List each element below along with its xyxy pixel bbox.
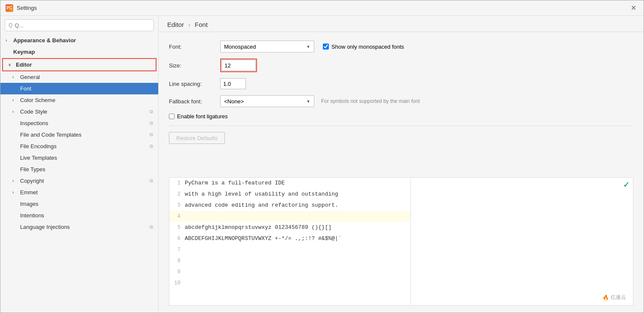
sidebar-item-label: Code Style [20,108,47,115]
preview-line-3: 3 advanced code editing and refactoring … [169,200,411,211]
size-label: Size: [169,62,220,69]
copy-icon: ⧉ [150,132,153,137]
window-title: Settings [17,5,628,11]
search-box: Q [5,19,154,31]
right-panel: Editor › Font Font: Monospaced ▼ Show on… [159,16,644,313]
show-monospaced-row: Show only monospaced fonts [323,44,404,50]
sidebar-item-images[interactable]: Images [0,198,158,210]
preview-line-8: 8 [169,255,411,266]
sidebar-item-font[interactable]: Font [0,83,158,94]
preview-line-7: 7 [169,244,411,255]
dropdown-arrow-icon: ▼ [306,44,310,49]
breadcrumb-parent: Editor [167,21,184,28]
sidebar-item-code-style[interactable]: › Code Style ⧉ [0,106,158,117]
copy-icon: ⧉ [150,178,153,184]
size-field-wrapper [220,59,257,72]
copy-icon: ⧉ [150,143,153,149]
sidebar-item-live-templates[interactable]: Live Templates [0,152,158,164]
sidebar-item-appearance[interactable]: › Appearance & Behavior [0,35,158,46]
line-spacing-row: Line spacing: [169,78,633,89]
sidebar-item-intentions[interactable]: Intentions [0,210,158,221]
expand-arrow: ∨ [8,62,13,67]
size-input[interactable] [222,60,256,71]
sidebar-item-language-injections[interactable]: Language Injections ⧉ [0,221,158,233]
sidebar-item-label: General [20,74,40,80]
sidebar-item-general[interactable]: › General [0,71,158,83]
sidebar-item-label: File Types [20,166,45,173]
font-label: Font: [169,44,220,50]
fallback-dropdown-arrow-icon: ▼ [306,99,310,104]
line-spacing-label: Line spacing: [169,81,220,87]
expand-arrow: › [12,75,18,79]
sidebar: Q › Appearance & Behavior Keymap ∨ Edito… [0,16,159,313]
sidebar-item-emmet[interactable]: › Emmet [0,187,158,198]
sidebar-item-label: Intentions [20,212,44,219]
preview-right-panel [411,178,633,306]
sidebar-item-label: Font [20,85,31,92]
line-content: ABCDEFGHIJKLMNOPQRSTUVWXYZ +-*/= .,;:!? … [185,235,342,242]
fallback-value: <None> [224,98,244,105]
fallback-dropdown[interactable]: <None> ▼ [220,95,314,107]
search-input[interactable] [15,22,150,29]
line-number: 2 [169,191,185,197]
show-monospaced-label: Show only monospaced fonts [331,44,404,50]
sidebar-item-file-types[interactable]: File Types [0,164,158,175]
sidebar-item-keymap[interactable]: Keymap [0,46,158,58]
restore-defaults-button[interactable]: Restore Defaults [169,132,225,144]
preview-lines: 1 PyCharm is a full-featured IDE 2 with … [169,178,411,306]
ligatures-row: Enable font ligatures [169,113,633,120]
sidebar-item-file-encodings[interactable]: File Encodings ⧉ [0,140,158,152]
preview-line-6: 6 ABCDEFGHIJKLMNOPQRSTUVWXYZ +-*/= .,;:!… [169,233,411,244]
sidebar-item-label: Keymap [13,49,35,55]
breadcrumb-current: Font [195,21,208,28]
show-monospaced-checkbox[interactable] [323,44,329,50]
fallback-hint: For symbols not supported by the main fo… [321,98,420,104]
sidebar-item-copyright[interactable]: › Copyright ⧉ [0,175,158,187]
sidebar-item-label: Editor [16,61,32,68]
expand-arrow: › [12,109,18,114]
line-number: 9 [169,269,185,275]
sidebar-item-editor[interactable]: ∨ Editor [3,59,156,70]
preview-line-5: 5 abcdefghijklmnopqrstuvwxyz 0123456789 … [169,222,411,233]
line-number: 8 [169,258,185,264]
sidebar-item-label: Images [20,201,38,207]
expand-arrow: › [12,178,18,183]
sidebar-item-inspections[interactable]: Inspections ⧉ [0,117,158,129]
copy-icon: ⧉ [150,224,153,230]
preview-area: 1 PyCharm is a full-featured IDE 2 with … [169,177,633,306]
sidebar-item-color-scheme[interactable]: › Color Scheme [0,94,158,106]
line-number: 3 [169,202,185,208]
line-number: 4 [169,214,185,219]
line-number: 1 [169,180,185,186]
app-icon: PC [6,4,13,12]
line-number: 10 [169,280,185,286]
font-row: Font: Monospaced ▼ Show only monospaced … [169,41,633,53]
preview-line-4: 4 [169,211,411,222]
ligatures-checkbox[interactable] [169,114,174,119]
settings-area: Font: Monospaced ▼ Show only monospaced … [159,32,644,177]
font-value: Monospaced [224,44,256,50]
breadcrumb: Editor › Font [159,16,644,32]
font-dropdown[interactable]: Monospaced ▼ [220,41,314,53]
close-button[interactable]: ✕ [628,3,638,13]
sidebar-item-label: Emmet [20,189,38,196]
line-spacing-input[interactable] [220,78,246,89]
breadcrumb-separator: › [188,21,190,28]
sidebar-item-label: Language Injections [20,224,70,230]
sidebar-item-label: Color Scheme [20,97,55,103]
sidebar-item-label: File Encodings [20,143,56,149]
settings-window: PC Settings ✕ Q › Appearance & Behavior … [0,0,644,313]
fallback-row: Fallback font: <None> ▼ For symbols not … [169,95,633,107]
preview-checkmark: ✓ [623,180,629,190]
sidebar-item-file-code-templates[interactable]: File and Code Templates ⧉ [0,129,158,140]
line-content: with a high level of usability and outst… [185,191,338,197]
line-number: 7 [169,247,185,253]
sidebar-item-label: Live Templates [20,155,57,161]
line-number: 5 [169,225,185,231]
preview-line-2: 2 with a high level of usability and out… [169,189,411,200]
watermark-text: 亿速云 [611,294,626,301]
copy-icon: ⧉ [150,120,153,126]
line-content: abcdefghijklmnopqrstuvwxyz 0123456789 ()… [185,224,331,231]
expand-arrow: › [12,98,18,102]
preview-line-1: 1 PyCharm is a full-featured IDE [169,178,411,189]
